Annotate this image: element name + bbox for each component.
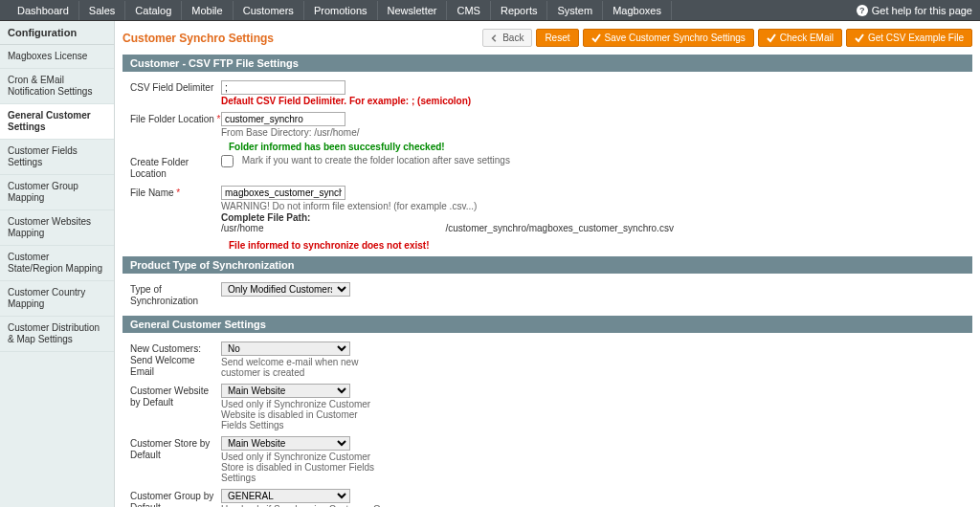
filename-warning-note: WARNING! Do not inform file extension! (… xyxy=(221,201,972,211)
create-folder-checkbox[interactable] xyxy=(221,155,234,167)
store-note: Used only if Synchronize Customer Store … xyxy=(221,452,393,483)
nav-system[interactable]: System xyxy=(547,1,603,20)
nav-customers[interactable]: Customers xyxy=(234,1,304,20)
main-content: Customer Synchro Settings Back Reset Sav… xyxy=(115,21,980,507)
nav-reports[interactable]: Reports xyxy=(491,1,548,20)
nav-catalog[interactable]: Catalog xyxy=(125,1,182,20)
sidebar-item-country[interactable]: Customer Country Mapping xyxy=(0,281,114,317)
top-menu: Dashboard Sales Catalog Mobile Customers… xyxy=(8,1,672,20)
nav-newsletter[interactable]: Newsletter xyxy=(378,1,448,20)
csv-delimiter-label: CSV Field Delimiter xyxy=(130,80,221,106)
section-sync-title[interactable]: Product Type of Synchronization xyxy=(122,256,972,274)
help-link[interactable]: ? Get help for this page xyxy=(857,5,972,16)
nav-cms[interactable]: CMS xyxy=(447,1,490,20)
store-label: Customer Store by Default xyxy=(130,436,221,483)
sidebar-item-fields[interactable]: Customer Fields Settings xyxy=(0,140,114,175)
check-email-label: Check EMail xyxy=(780,33,834,43)
nav-dashboard[interactable]: Dashboard xyxy=(8,1,79,20)
nav-mobile[interactable]: Mobile xyxy=(182,1,233,20)
sidebar-heading: Configuration xyxy=(0,21,114,45)
help-icon: ? xyxy=(857,5,868,16)
sidebar-item-general[interactable]: General Customer Settings xyxy=(0,104,114,140)
create-folder-label: Create Folder Location xyxy=(130,155,221,180)
complete-path-label: Complete File Path: xyxy=(221,212,972,223)
store-select[interactable]: Main Website xyxy=(221,436,350,451)
get-csv-button[interactable]: Get CSV Example File xyxy=(846,29,972,47)
sync-type-label: Type of Synchronization xyxy=(130,282,221,307)
get-csv-label: Get CSV Example File xyxy=(868,33,964,43)
welcome-label: New Customers: Send Welcome Email xyxy=(130,342,221,378)
section-ftp-title[interactable]: Customer - CSV FTP File Settings xyxy=(122,55,972,72)
folder-base-note: From Base Directory: /usr/home/ xyxy=(221,127,972,138)
group-select[interactable]: GENERAL xyxy=(221,489,350,503)
top-nav: Dashboard Sales Catalog Mobile Customers… xyxy=(0,0,980,21)
back-icon xyxy=(491,34,499,42)
folder-location-label: File Folder Location * xyxy=(130,112,221,138)
folder-location-input[interactable] xyxy=(221,112,345,126)
back-button[interactable]: Back xyxy=(482,29,532,47)
check-icon xyxy=(767,33,776,43)
sidebar-item-distribution[interactable]: Customer Distribution & Map Settings xyxy=(0,317,114,352)
filename-input[interactable] xyxy=(221,186,345,200)
save-label: Save Customer Synchro Settings xyxy=(605,33,746,43)
check-email-button[interactable]: Check EMail xyxy=(758,29,842,47)
website-label: Customer Website by Default xyxy=(130,384,221,430)
complete-path-value: /usr/home/customer_synchro/magboxes_cust… xyxy=(221,223,972,233)
sidebar: Configuration Magboxes License Cron & EM… xyxy=(0,21,115,507)
sidebar-item-group[interactable]: Customer Group Mapping xyxy=(0,175,114,210)
section-general-title[interactable]: General Customer Settings xyxy=(122,316,972,333)
nav-magboxes[interactable]: Magboxes xyxy=(603,1,672,20)
sync-type-select[interactable]: Only Modified Customers xyxy=(221,282,350,297)
nav-sales[interactable]: Sales xyxy=(79,1,126,20)
filename-label: File Name * xyxy=(130,186,221,233)
check-icon xyxy=(591,33,601,43)
create-folder-note: Mark if you want to create the folder lo… xyxy=(242,155,510,165)
back-label: Back xyxy=(502,33,523,43)
sidebar-item-state[interactable]: Customer State/Region Mapping xyxy=(0,246,114,281)
check-icon xyxy=(855,33,864,43)
save-button[interactable]: Save Customer Synchro Settings xyxy=(583,29,754,47)
reset-button[interactable]: Reset xyxy=(536,29,578,47)
page-header: Customer Synchro Settings Back Reset Sav… xyxy=(122,29,972,47)
help-label: Get help for this page xyxy=(872,5,972,16)
page-title: Customer Synchro Settings xyxy=(122,32,274,45)
welcome-select[interactable]: No xyxy=(221,342,350,356)
sidebar-item-license[interactable]: Magboxes License xyxy=(0,45,114,69)
website-note: Used only if Synchronize Customer Websit… xyxy=(221,399,384,430)
sidebar-item-websites[interactable]: Customer Websites Mapping xyxy=(0,210,114,246)
welcome-note: Send welcome e-mail when new customer is… xyxy=(221,357,384,378)
website-select[interactable]: Main Website xyxy=(221,384,350,398)
csv-delimiter-note: Default CSV Field Delimiter. For example… xyxy=(221,96,972,106)
group-label: Customer Group by Default xyxy=(130,489,221,507)
csv-delimiter-input[interactable] xyxy=(221,80,345,95)
nav-promotions[interactable]: Promotions xyxy=(304,1,378,20)
file-missing-note: File informed to synchronize does not ex… xyxy=(229,240,972,251)
sidebar-item-cron[interactable]: Cron & EMail Notification Settings xyxy=(0,69,114,104)
folder-checked-note: Folder informed has been succesfully che… xyxy=(229,142,972,152)
